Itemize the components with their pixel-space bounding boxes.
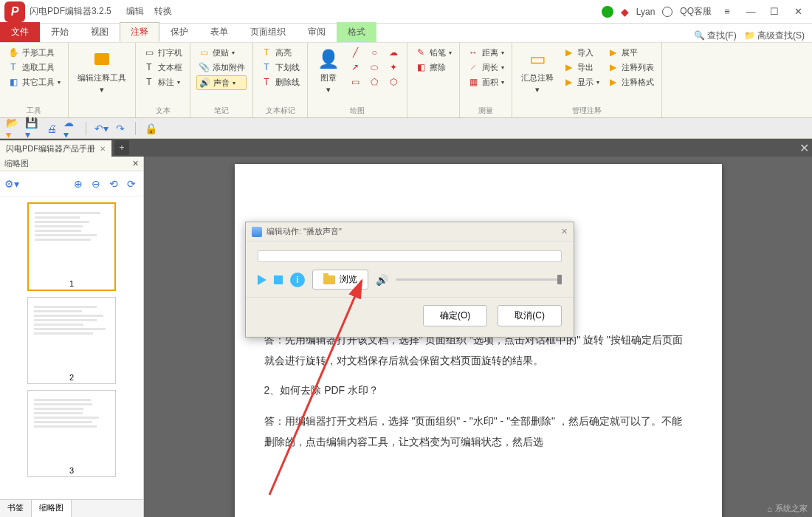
close-all-tabs[interactable]: ✕ <box>796 141 812 155</box>
ribbon-item[interactable]: ✋手形工具 <box>6 46 62 59</box>
tab-format[interactable]: 格式 <box>337 22 376 42</box>
ribbon-item[interactable]: ↗ <box>348 61 362 74</box>
tab-annotate[interactable]: 注释 <box>120 22 159 42</box>
dialog-icon <box>252 227 262 237</box>
ribbon-item[interactable]: ╱ <box>348 46 362 59</box>
ribbon-item[interactable]: T高亮 <box>259 46 301 59</box>
ribbon-item[interactable]: ◧其它工具▾ <box>6 75 62 89</box>
qat-open[interactable]: 📂▾ <box>6 121 21 136</box>
minimize-button[interactable]: — <box>743 4 759 20</box>
ribbon-item[interactable]: T标注▾ <box>142 75 184 89</box>
doc-text: 答：用编辑器打开文档后，选择 "页面组织" - "水印" - "全部删除" ，然… <box>264 411 692 452</box>
rotate-ccw-icon[interactable]: ⟲ <box>105 175 123 193</box>
ribbon-group: 编辑注释工具▾ <box>69 43 136 117</box>
ribbon-item[interactable]: ▭打字机 <box>142 46 184 59</box>
ribbon-item[interactable]: ▶展平 <box>605 46 656 59</box>
ribbon-item[interactable]: ☁ <box>386 46 401 59</box>
ribbon-big-item[interactable]: 👤图章▾ <box>314 46 343 104</box>
find-button[interactable]: 🔍 查找(F) <box>694 30 737 42</box>
document-tab[interactable]: 闪电PDF编辑器产品手册 ✕ <box>0 140 111 157</box>
ribbon-item[interactable]: T选取工具 <box>6 61 62 74</box>
menu-convert[interactable]: 转换 <box>154 5 172 18</box>
zoom-out-icon[interactable]: ⊖ <box>87 175 105 193</box>
title-bar: P 闪电PDF编辑器3.2.5 编辑 转换 ◆ Lyan QQ客服 ≡ — ☐ … <box>0 0 812 24</box>
dialog-close-button[interactable]: ✕ <box>561 227 568 236</box>
qat-redo[interactable]: ↷ <box>113 121 128 136</box>
browse-button[interactable]: 浏览 <box>312 270 368 290</box>
volume-slider[interactable] <box>396 278 562 281</box>
ribbon-item[interactable]: ⬡ <box>386 75 401 89</box>
tab-start[interactable]: 开始 <box>40 22 80 42</box>
qat-undo[interactable]: ↶▾ <box>94 121 109 136</box>
tab-review[interactable]: 审阅 <box>297 22 337 42</box>
side-tab-bookmark[interactable]: 书签 <box>0 500 32 517</box>
maximize-button[interactable]: ☐ <box>766 4 782 20</box>
ribbon-item[interactable]: ✦ <box>386 61 401 74</box>
advanced-find-button[interactable]: 📁 高级查找(S) <box>744 30 805 42</box>
ribbon-item[interactable]: ⬭ <box>367 61 382 74</box>
qat-lock[interactable]: 🔒 <box>143 121 158 136</box>
qat-print[interactable]: 🖨 <box>44 121 59 136</box>
ribbon-item[interactable]: ▭ <box>348 75 362 89</box>
menu-hamburger-icon[interactable]: ≡ <box>719 4 735 20</box>
qat-save[interactable]: 💾▾ <box>25 121 40 136</box>
ribbon-item[interactable]: ▶导出 <box>561 61 601 74</box>
ribbon-item[interactable]: ⬠ <box>367 75 382 89</box>
close-button[interactable]: ✕ <box>790 4 806 20</box>
ribbon-item[interactable]: ▶注释格式 <box>605 75 656 89</box>
ribbon-item[interactable]: ▶显示▾ <box>561 75 601 89</box>
panel-settings-icon[interactable]: ⚙▾ <box>3 175 21 193</box>
tab-view[interactable]: 视图 <box>80 22 120 42</box>
folder-icon <box>323 275 335 284</box>
volume-icon[interactable]: 🔊 <box>376 274 388 286</box>
ribbon-item[interactable]: ◧擦除 <box>413 61 453 74</box>
audio-progress[interactable] <box>258 250 562 262</box>
ribbon-item[interactable]: ▭便贴▾ <box>196 46 247 59</box>
app-title: 闪电PDF编辑器3.2.5 <box>30 5 111 18</box>
qq-service[interactable]: QQ客服 <box>680 5 712 18</box>
thumbnail[interactable]: 1 <box>27 202 116 291</box>
gem-icon[interactable]: ◆ <box>621 6 629 18</box>
ribbon-item[interactable]: 📎添加附件 <box>196 61 247 74</box>
info-button[interactable]: i <box>290 273 305 287</box>
slider-thumb[interactable] <box>557 275 562 284</box>
smile-icon[interactable] <box>662 7 672 17</box>
qat-cloud[interactable]: ☁▾ <box>63 121 78 136</box>
menu-edit[interactable]: 编辑 <box>126 5 144 18</box>
cancel-button[interactable]: 取消(C) <box>498 305 562 326</box>
add-tab-button[interactable]: + <box>114 140 129 155</box>
ribbon-item[interactable]: T文本框 <box>142 61 184 74</box>
ribbon-item[interactable]: ↔距离▾ <box>466 46 506 59</box>
tab-file[interactable]: 文件 <box>0 22 40 42</box>
ribbon-item[interactable]: T删除线 <box>259 75 301 89</box>
thumbnail[interactable]: 3 <box>27 390 116 477</box>
zoom-in-icon[interactable]: ⊕ <box>69 175 87 193</box>
ribbon-item[interactable]: 🔊声音▾ <box>196 75 247 90</box>
ribbon-big-item[interactable]: ▭汇总注释▾ <box>518 46 557 104</box>
panel-close[interactable]: ✕ <box>132 159 139 168</box>
dialog-title: 编辑动作: "播放声音" <box>266 226 342 237</box>
tab-page-org[interactable]: 页面组织 <box>239 22 297 42</box>
ribbon-big-item[interactable]: 编辑注释工具▾ <box>75 46 129 114</box>
tab-form[interactable]: 表单 <box>199 22 239 42</box>
ribbon-item[interactable]: ✎铅笔▾ <box>413 46 453 59</box>
play-button[interactable] <box>258 275 266 285</box>
ribbon: ✋手形工具T选取工具◧其它工具▾工具编辑注释工具▾ ▭打字机T文本框T标注▾文本… <box>0 43 812 118</box>
panel-title: 缩略图 <box>4 158 29 169</box>
ok-button[interactable]: 确定(O) <box>423 305 487 326</box>
ribbon-item[interactable]: ▶导入 <box>561 46 601 59</box>
wechat-icon[interactable] <box>602 6 613 18</box>
tab-protect[interactable]: 保护 <box>159 22 199 42</box>
ribbon-item[interactable]: ▶注释列表 <box>605 61 656 74</box>
side-tab-thumb[interactable]: 缩略图 <box>32 500 72 517</box>
ribbon-item[interactable]: ▦面积▾ <box>466 75 506 89</box>
document-tab-close[interactable]: ✕ <box>100 145 106 153</box>
stop-button[interactable] <box>274 275 283 284</box>
ribbon-item[interactable]: ○ <box>367 46 382 59</box>
rotate-cw-icon[interactable]: ⟳ <box>123 175 140 193</box>
ribbon-item[interactable]: ⟋周长▾ <box>466 61 506 74</box>
thumbnail[interactable]: 2 <box>27 297 116 384</box>
quick-access-toolbar: 📂▾ 💾▾ 🖨 ☁▾ ↶▾ ↷ 🔒 <box>0 118 812 139</box>
user-name[interactable]: Lyan <box>636 7 656 17</box>
ribbon-item[interactable]: T下划线 <box>259 61 301 74</box>
